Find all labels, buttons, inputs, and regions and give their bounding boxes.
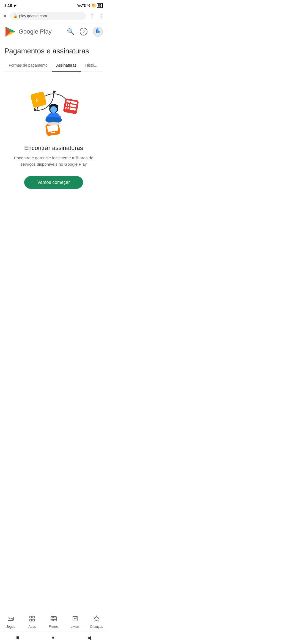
more-options-icon[interactable]: ⋮ <box>98 13 104 19</box>
page-content: Pagamentos e assinaturas Formas de pagam… <box>0 41 107 72</box>
status-time: 8:10 ▶ <box>4 3 16 8</box>
header-icons: 🔍 ? <box>67 27 103 37</box>
help-icon[interactable]: ? <box>80 28 87 36</box>
url-bar[interactable]: 🔒 play.google.com <box>10 12 86 20</box>
play-icon: ▶ <box>14 4 16 7</box>
illustration-area: ♪ Encontrar assinaturas Encontre e geren… <box>0 72 107 194</box>
profile-avatar[interactable] <box>93 27 103 37</box>
lock-icon: 🔒 <box>13 14 18 18</box>
section-title: Encontrar assinaturas <box>24 144 83 152</box>
browser-bar: × 🔒 play.google.com ⇧ ⋮ <box>0 10 107 22</box>
browser-close-button[interactable]: × <box>3 13 7 19</box>
svg-marker-8 <box>34 108 37 111</box>
tab-history[interactable]: Histó... <box>81 60 102 72</box>
status-bar: 8:10 ▶ VoLTE 4G 📶 53 <box>0 0 107 10</box>
status-icons: VoLTE 4G 📶 53 <box>77 3 103 8</box>
tabs-bar: Formas de pagamento Assinaturas Histó... <box>4 60 103 72</box>
tab-payment-methods[interactable]: Formas de pagamento <box>4 60 52 72</box>
google-play-logo: Google Play <box>4 26 67 38</box>
url-text: play.google.com <box>19 14 47 18</box>
google-play-title: Google Play <box>19 28 52 35</box>
svg-rect-12 <box>30 91 47 108</box>
svg-marker-9 <box>53 91 56 94</box>
play-store-icon <box>4 26 16 38</box>
tab-subscriptions[interactable]: Assinaturas <box>52 60 81 72</box>
google-play-header: Google Play 🔍 ? <box>0 22 107 41</box>
signal-bars-icon: 📶 <box>92 4 96 7</box>
signal-icon: 4G <box>87 4 90 7</box>
search-icon[interactable]: 🔍 <box>67 28 74 35</box>
svg-rect-7 <box>97 28 98 33</box>
svg-point-29 <box>46 122 61 125</box>
section-description: Encontre e gerencie facilmente milhares … <box>12 155 95 167</box>
page-title: Pagamentos e assinaturas <box>4 41 103 60</box>
browser-actions: ⇧ ⋮ <box>89 13 104 19</box>
battery-icon: 53 <box>97 3 103 8</box>
share-icon[interactable]: ⇧ <box>89 13 94 19</box>
cta-button[interactable]: Vamos começar <box>24 176 83 189</box>
subscriptions-illustration: ♪ <box>23 83 84 138</box>
volte-icon: VoLTE <box>77 4 86 7</box>
svg-point-26 <box>50 106 57 113</box>
